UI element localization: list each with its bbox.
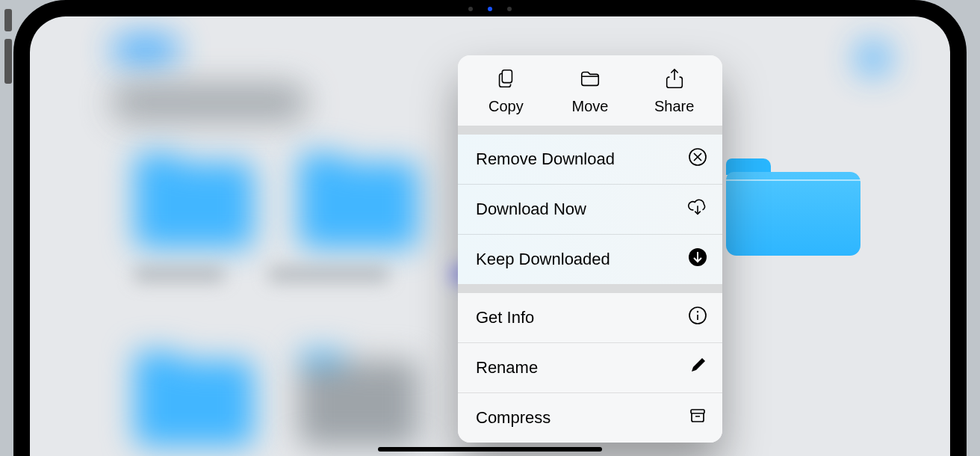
copy-icon: [494, 67, 517, 93]
move-label: Move: [572, 98, 609, 115]
compress-item[interactable]: Compress: [458, 392, 722, 443]
menu-item-label: Download Now: [476, 200, 586, 219]
menu-item-label: Rename: [476, 358, 538, 378]
blurred-folder-row: [134, 360, 418, 446]
blurred-back-link: [112, 35, 179, 65]
menu-item-label: Compress: [476, 408, 551, 428]
blurred-toolbar-button: [856, 41, 890, 76]
archive-icon: [688, 406, 707, 430]
rename-item[interactable]: Rename: [458, 342, 722, 392]
device-camera: [445, 6, 535, 12]
move-button[interactable]: Move: [548, 67, 632, 115]
blurred-title: [112, 84, 306, 121]
pencil-icon: [688, 356, 707, 380]
keep-downloaded-icon: [688, 247, 707, 271]
cloud-download-icon: [688, 197, 707, 221]
selected-folder[interactable]: [726, 158, 860, 256]
menu-item-label: Get Info: [476, 308, 534, 327]
device-hw-button: [4, 39, 12, 84]
share-label: Share: [654, 98, 694, 115]
share-icon: [663, 67, 686, 93]
svg-rect-0: [503, 70, 512, 83]
info-icon: [688, 306, 707, 330]
remove-icon: [688, 147, 707, 171]
get-info-item[interactable]: Get Info: [458, 293, 722, 342]
keep-downloaded-item[interactable]: Keep Downloaded: [458, 234, 722, 284]
app-screen: Copy Move Share Remove: [30, 16, 950, 456]
context-menu: Copy Move Share Remove: [458, 55, 722, 443]
menu-separator: [458, 126, 722, 135]
remove-download-item[interactable]: Remove Download: [458, 135, 722, 184]
copy-label: Copy: [489, 98, 524, 115]
home-indicator[interactable]: [378, 447, 602, 452]
menu-separator: [458, 284, 722, 293]
menu-item-label: Keep Downloaded: [476, 250, 610, 269]
device-hw-button: [4, 9, 12, 31]
svg-rect-11: [691, 410, 704, 413]
copy-button[interactable]: Copy: [465, 67, 548, 115]
device-frame: Copy Move Share Remove: [13, 0, 967, 456]
share-button[interactable]: Share: [633, 67, 716, 115]
download-now-item[interactable]: Download Now: [458, 184, 722, 234]
menu-item-label: Remove Download: [476, 150, 615, 169]
blurred-folder-row: [134, 162, 418, 248]
svg-point-9: [697, 311, 698, 312]
folder-icon: [579, 67, 601, 93]
